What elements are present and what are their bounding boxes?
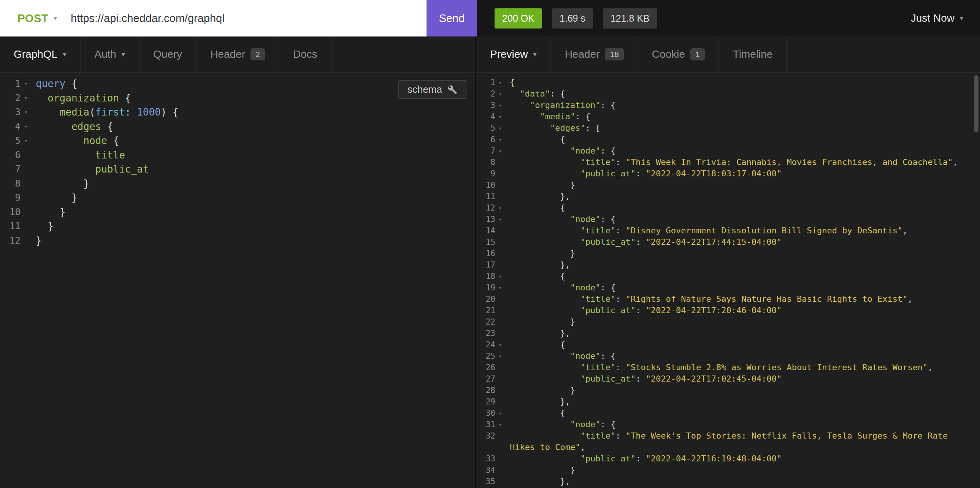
code-line: 11 }, [476,191,980,202]
fold-arrow-icon[interactable]: ▾ [495,88,505,100]
response-time-badge: 1.69 s [552,8,593,29]
line-gutter: 11 [0,219,31,234]
line-gutter: 2▾ [0,91,31,106]
line-gutter: 1▾ [0,77,31,91]
line-number: 19 [476,282,495,293]
line-gutter: 9 [0,191,31,205]
line-gutter: 18▾ [476,270,505,282]
code-line: 5▾ node { [0,134,475,148]
code-line: 28 } [476,385,980,396]
chevron-down-icon: ▾ [960,14,963,22]
fold-arrow-icon[interactable]: ▾ [21,134,31,148]
tab-response-header[interactable]: Header 18 [551,37,638,72]
fold-arrow-icon[interactable]: ▾ [495,339,505,350]
response-header-count-badge: 18 [605,48,624,60]
fold-spacer [21,148,31,163]
line-number: 15 [476,237,495,248]
tab-header-label: Header [210,48,245,60]
main-split: GraphQL ▾ Auth ▾ Query Header 2 Docs 1▾q… [0,37,980,488]
line-gutter: 13▾ [476,214,505,225]
fold-arrow-icon[interactable]: ▾ [495,77,505,88]
line-gutter: 34 [476,464,505,476]
fold-arrow-icon[interactable]: ▾ [495,134,505,145]
code-line: 9 "public_at": "2022-04-22T18:03:17-04:0… [476,168,980,180]
response-tabbar: Preview ▾ Header 18 Cookie 1 Timeline [476,37,980,73]
fold-arrow-icon[interactable]: ▾ [21,91,31,106]
method-dropdown[interactable]: POST ▾ [0,12,57,25]
tab-auth-label: Auth [94,48,116,60]
response-preview-editor[interactable]: 1▾{2▾ "data": {3▾ "organization": {4▾ "m… [476,73,980,488]
url-input[interactable]: https://api.cheddar.com/graphql [71,12,225,25]
tab-timeline-label: Timeline [733,48,773,60]
tab-cookie-label: Cookie [652,48,685,60]
code-line: 7▾ "node": { [476,145,980,157]
code-line: 10 } [0,205,475,220]
line-number: 6 [476,134,495,145]
line-gutter: 30▾ [476,407,505,419]
response-history-dropdown[interactable]: Just Now ▾ [911,12,963,24]
line-number: 29 [476,396,495,407]
line-gutter: 26 [476,362,505,373]
send-button[interactable]: Send [426,0,477,37]
tab-response-header-label: Header [565,48,600,60]
fold-spacer [495,327,505,339]
line-gutter: 4▾ [0,120,31,134]
chevron-down-icon: ▾ [533,50,537,59]
line-number: 3 [0,105,21,120]
code-line: 1▾{ [476,77,980,88]
line-number: 11 [0,219,21,234]
fold-arrow-icon[interactable]: ▾ [495,145,505,157]
fold-arrow-icon[interactable]: ▾ [21,105,31,120]
line-number: 16 [476,248,495,259]
line-gutter: 33 [476,453,505,464]
fold-arrow-icon[interactable]: ▾ [21,120,31,134]
fold-spacer [495,453,505,464]
schema-button[interactable]: schema [398,80,466,99]
preview-mode-dropdown[interactable]: Preview ▾ [476,37,551,72]
code-line: 21 "public_at": "2022-04-22T17:20:46-04:… [476,305,980,316]
line-gutter: 12 [0,234,31,248]
fold-arrow-icon[interactable]: ▾ [495,350,505,362]
line-number: 21 [476,305,495,316]
tab-cookie[interactable]: Cookie 1 [638,37,719,72]
line-number: 4 [476,111,495,122]
fold-arrow-icon[interactable]: ▾ [495,419,505,430]
fold-arrow-icon[interactable]: ▾ [21,77,31,91]
fold-arrow-icon[interactable]: ▾ [495,202,505,214]
fold-arrow-icon[interactable]: ▾ [495,270,505,282]
line-number: 12 [476,202,495,214]
line-gutter: 31▾ [476,419,505,430]
line-number: 26 [476,362,495,373]
tab-header[interactable]: Header 2 [197,37,279,72]
fold-spacer [495,396,505,407]
line-number: 27 [476,373,495,385]
fold-arrow-icon[interactable]: ▾ [495,407,505,419]
code-line: 4▾ edges { [0,120,475,134]
request-bar: POST ▾ https://api.cheddar.com/graphql S… [0,0,980,37]
line-number: 20 [476,293,495,305]
fold-arrow-icon[interactable]: ▾ [495,111,505,122]
tab-timeline[interactable]: Timeline [719,37,787,72]
code-line: 22 } [476,316,980,327]
header-count-badge: 2 [250,48,265,60]
fold-arrow-icon[interactable]: ▾ [495,100,505,111]
fold-arrow-icon[interactable]: ▾ [495,122,505,134]
line-gutter: 12▾ [476,202,505,214]
line-number: 6 [0,148,21,163]
tab-docs[interactable]: Docs [279,37,332,72]
fold-arrow-icon[interactable]: ▾ [495,282,505,293]
line-number: 17 [476,259,495,270]
graphql-query-editor[interactable]: 1▾query {2▾ organization {3▾ media(first… [0,73,475,488]
tab-query[interactable]: Query [140,37,197,72]
line-number: 2 [0,91,21,106]
fold-arrow-icon[interactable]: ▾ [495,214,505,225]
body-type-dropdown[interactable]: GraphQL ▾ [0,37,81,72]
line-number: 22 [476,316,495,327]
tab-auth[interactable]: Auth ▾ [81,37,140,72]
schema-button-label: schema [407,84,442,95]
line-gutter: 1▾ [476,77,505,88]
scrollbar-thumb[interactable] [974,75,978,132]
line-gutter: 21 [476,305,505,316]
line-gutter: 5▾ [476,122,505,134]
line-number: 9 [476,168,495,180]
